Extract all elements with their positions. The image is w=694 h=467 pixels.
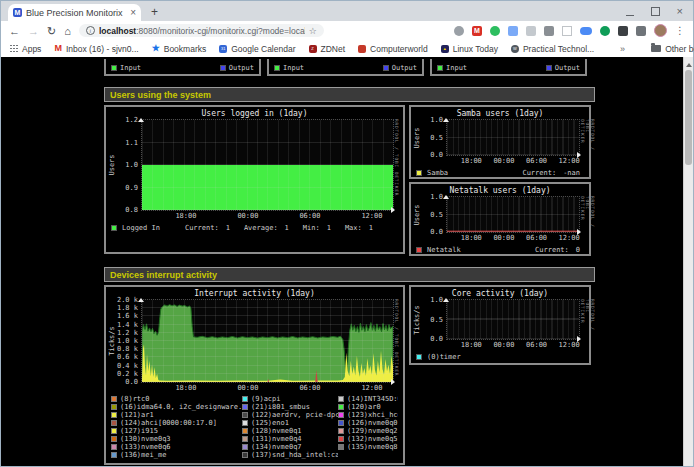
y-axis-arrow-icon [443,295,449,302]
legend-item: (124)ahci[0000:00:17.0] [111,419,242,427]
blue-pill-icon[interactable] [580,27,592,35]
partial-graph-box[interactable]: InputOutput [267,59,424,76]
window-controls: × [626,6,683,16]
samba-users-graph[interactable]: Samba users (1day)Users0.00.51.0RRDTOOL … [409,105,591,179]
legend-swatch [338,404,344,410]
section-title-text: Devices interrupt activity [110,270,217,280]
gray-box-icon[interactable] [526,26,536,36]
home-button[interactable]: ⌂ [64,25,71,37]
partial-graph-box[interactable]: InputOutput [430,59,587,76]
copy-pages-icon[interactable] [508,26,518,36]
extensions-puzzle-icon[interactable] [618,26,628,36]
legend-swatch [338,428,344,434]
section-header-users: Users using the system [104,87,595,102]
back-button[interactable]: ← [9,25,20,37]
scrollbar-up-arrow-icon[interactable] [686,60,692,67]
bookmark-item-wordpress[interactable]: WPractical Technol... [511,44,594,54]
new-tab-button[interactable]: + [151,5,158,19]
core-activity-graph[interactable]: Core activity (1day)Ticks/s0.00.51.0RRDT… [409,285,591,365]
monitorix-favicon: M [13,8,22,17]
profile-avatar[interactable] [654,24,667,37]
tab-strip: M Blue Precision Monitorix × + × [1,1,693,21]
legend-label: (123)xhci_hcd [347,411,398,419]
legend-swatch [242,452,248,458]
chart-body: Users0.00.51.0RRDTOOL / TOBI OETIKER [413,119,587,156]
x-tick-labels: 18:0000:0006:0012:00 [108,211,401,220]
legend-item: (129)nvme0q2 [338,427,398,435]
bookmark-item-zdnet[interactable]: ZZDNet [309,44,346,54]
bookmark-item-gmail[interactable]: MInbox (16) - sjvn0... [54,44,138,54]
x-tick-label: 18:00 [461,341,482,349]
white-box-icon[interactable] [562,26,572,36]
x-tick-label: 12:00 [361,384,382,392]
legend-row: (130)nvme0q3(131)nvme0q4(132)nvme0q5 [111,435,398,443]
address-bar[interactable]: i localhost:8080/monitorix-cgi/monitorix… [79,24,324,37]
legend-swatch [416,247,422,253]
y-axis-arrow-icon [443,115,449,122]
maximize-button[interactable] [651,7,660,16]
legend-swatch [220,65,226,71]
partial-graph-box[interactable]: InputOutput [104,59,261,76]
legend-item: (126)nvme0q0 [338,419,398,427]
legend-label: (137)snd_hda_intel:card0 [251,451,338,459]
search-icon[interactable] [454,26,464,36]
bookmarks-overflow-chevron[interactable]: » [620,44,625,54]
legend-swatch [242,420,248,426]
gmail-notifier-icon[interactable]: M [472,26,482,36]
page-scrollbar[interactable] [683,57,693,466]
legend-label: (9)acpi [251,395,281,403]
legend-item: (130)nvme0q3 [111,435,242,443]
other-bookmarks-button[interactable]: Other bookmarks [651,44,694,54]
x-tick-label: 06:00 [526,341,547,349]
bookmark-item-computerworld[interactable]: Computerworld [358,44,428,54]
y-tick-labels: 0.00.2 k0.4 k0.6 k0.8 k1.0 k1.2 k1.4 k1.… [116,299,141,383]
legend-swatch [111,444,117,450]
legend-swatch [274,65,280,71]
browser-menu-icon[interactable]: ⋮ [675,25,685,36]
dark-box-icon[interactable] [544,26,554,36]
reading-list-icon[interactable] [636,26,646,36]
x-tick-label: 06:00 [299,384,320,392]
bookmark-item-apps-grid[interactable]: Apps [10,44,41,54]
interrupt-activity-graph[interactable]: Interrupt activity (1day)Ticks/s0.00.2 k… [104,285,405,465]
y-axis-arrow-icon [138,115,144,122]
browser-tab[interactable]: M Blue Precision Monitorix × [8,4,141,21]
legend-swatch [416,354,422,360]
y-tick-label: 0.5 [430,317,443,324]
legend-swatch [437,65,443,71]
bookmark-item-google-calendar[interactable]: 31Google Calendar [219,44,295,54]
forward-button[interactable]: → [28,25,39,37]
zdnet-icon: Z [309,45,317,53]
scrollbar-thumb[interactable] [685,70,692,165]
legend-item: (9)acpi [242,395,338,403]
legend-stat: Max:1 [345,224,373,232]
close-button[interactable]: × [677,7,683,15]
bookmark-item-star[interactable]: ★Bookmarks [152,44,207,54]
x-axis-arrow-icon [577,229,584,235]
x-tick-label: 06:00 [299,212,320,220]
output-legend: Output [546,64,580,72]
green-circle-icon[interactable] [600,26,610,36]
reload-button[interactable]: ↻ [47,25,56,37]
tab-close-icon[interactable]: × [130,8,136,18]
x-tick-label: 00:00 [237,212,258,220]
chart-legend: SambaCurrent:-nan [413,169,587,177]
netatalk-users-graph[interactable]: Netatalk users (1day)Users0.00.51.0RRDTO… [409,182,591,256]
site-info-icon[interactable]: i [86,26,95,35]
users-logged-in-graph[interactable]: Users logged in (1day)Users0.80.91.01.11… [104,105,405,254]
legend-swatch [242,444,248,450]
legend-label: (129)nvme0q2 [347,427,398,435]
minimize-button[interactable] [626,7,634,16]
legend-swatch [338,420,344,426]
green-globe-icon[interactable] [490,26,500,36]
bookmarks-list: AppsMInbox (16) - sjvn0...★Bookmarks31Go… [10,44,594,54]
x-tick-label: 18:00 [461,234,482,242]
x-tick-label: 00:00 [493,234,514,242]
legend-label: (131)nvme0q4 [251,435,302,443]
bookmark-item-linux-today[interactable]: ▲Linux Today [441,44,498,54]
url-text[interactable]: localhost:8080/monitorix-cgi/monitorix.c… [99,26,305,36]
y-tick-label: 1.2 [125,117,138,124]
folder-icon [651,45,661,52]
bookmark-label: Google Calendar [231,44,295,54]
bookmark-star-icon[interactable]: ☆ [309,26,317,36]
